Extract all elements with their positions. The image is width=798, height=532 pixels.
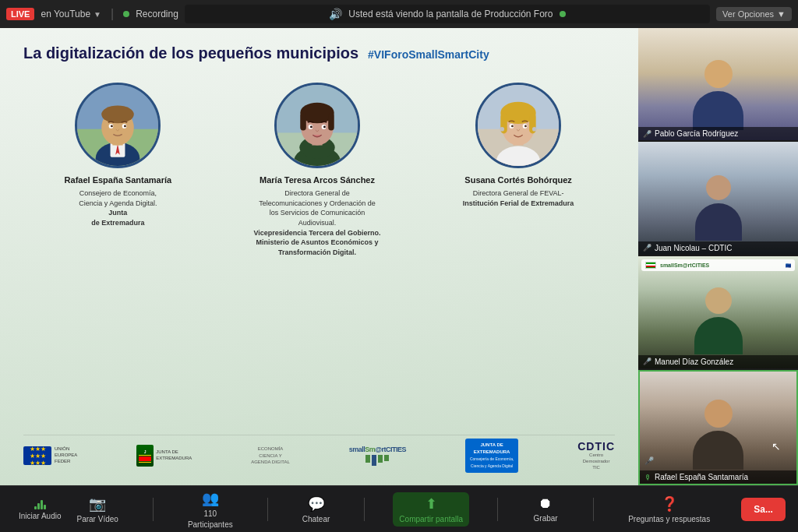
eu-logo: ★★★★★★★★★ UNIÓNEUROPEAFEDER: [23, 442, 77, 470]
participants-icon: 👥: [202, 490, 219, 507]
economia-logo: ECONOMÍACIENCIA YAGENDA DIGITAL: [251, 442, 290, 470]
audio-button[interactable]: Iniciar Audio: [12, 495, 67, 523]
divider-1: [153, 498, 154, 521]
mic-icon-2: 🎤: [643, 244, 651, 252]
smartcities-logo: smallSm@rtCITIES: [349, 442, 406, 470]
speaker-avatar-1: [75, 83, 161, 168]
live-badge: LIVE: [6, 8, 34, 20]
speaker-role-3: Directora General de FEVAL-Institución F…: [463, 188, 574, 208]
speaker-avatar-3: [475, 83, 561, 168]
participant-tile-4: 🎤 🎙 Rafael España Santamaría ↖: [638, 370, 798, 485]
mic-icon-3: 🎤: [643, 358, 651, 365]
divider-4: [497, 498, 498, 521]
svg-rect-20: [328, 113, 334, 131]
audio-bars-icon: [34, 499, 46, 509]
record-icon: ⏺: [538, 495, 553, 512]
svg-point-24: [323, 125, 326, 128]
video-label: Parar Vídeo: [76, 515, 118, 523]
participant-tile-1: 🎤 Pablo García Rodríguez: [638, 28, 798, 140]
share-screen-icon: ⬆: [425, 495, 437, 513]
participants-count-label: 110: [203, 509, 217, 518]
participant-name-bar-4: 🎙 Rafael España Santamaría: [640, 470, 796, 484]
mic-icon-4: 🎙: [644, 474, 651, 481]
participant-name-bar-2: 🎤 Juan Nicolau – CDTIC: [638, 241, 798, 255]
top-bar: LIVE en YouTube ▼ | Recording 🔊 Usted es…: [0, 0, 798, 28]
speaker-card-3: Susana Cortés Bohórquez Directora Genera…: [463, 83, 574, 208]
divider-3: [364, 498, 365, 521]
toolbar-left: Iniciar Audio 📷 Parar Vídeo: [12, 492, 125, 527]
share-label: Compartir pantalla: [399, 515, 463, 523]
speaker-card-1: Rafael España Santamaría Consejero de Ec…: [65, 83, 172, 228]
end-button[interactable]: Sa...: [741, 498, 786, 521]
youtube-dropdown-arrow[interactable]: ▼: [94, 10, 101, 19]
active-speaker-indicator: 🎤: [644, 453, 654, 467]
cdtic-logo: CDTIC CentroDemostradorTIC: [577, 442, 615, 470]
participants-label: Participantes: [188, 520, 233, 529]
speaker-card-2: María Teresa Arcos Sánchez Directora Gen…: [253, 83, 380, 257]
speaker-name-3: Susana Cortés Bohórquez: [464, 174, 572, 185]
toolbar-chat: 💬 Chatear: [296, 492, 337, 527]
svg-rect-19: [300, 113, 306, 131]
speaker-name-2: María Teresa Arcos Sánchez: [260, 174, 375, 185]
presentation-panel: La digitalización de los pequeños munici…: [0, 28, 638, 485]
video-icon: 📷: [89, 495, 106, 513]
cursor: ↖: [772, 440, 781, 453]
divider-2: [267, 498, 268, 521]
recording-indicator: [123, 11, 129, 17]
toolbar-share: ⬆ Compartir pantalla: [393, 492, 469, 527]
svg-point-7: [102, 105, 135, 123]
participant-name-1: Pablo García Rodríguez: [655, 129, 738, 138]
tile3-logo-text: smallSm@rtCITIES: [660, 262, 709, 268]
participant-tile-2: 🎤 Juan Nicolau – CDTIC: [638, 142, 798, 254]
audio-label: Iniciar Audio: [19, 512, 61, 520]
participants-button[interactable]: 👥 110 Participantes: [182, 487, 239, 532]
screen-share-text: Usted está viendo la pantalla de Producc…: [348, 9, 553, 19]
qa-button[interactable]: ❓ Preguntas y respuestas: [622, 492, 716, 527]
participant-name-bar-1: 🎤 Pablo García Rodríguez: [638, 127, 798, 140]
participants-panel: 🎤 Pablo García Rodríguez 🎤 Juan Nicolau …: [638, 28, 798, 485]
svg-point-34: [532, 127, 537, 132]
speaker-role-1: Consejero de Economía,Ciencia y Agenda D…: [79, 188, 157, 227]
divider-5: [593, 498, 594, 521]
speaker-avatar-2: [274, 83, 360, 168]
main-area: La digitalización de los pequeños munici…: [0, 28, 798, 485]
svg-point-33: [500, 127, 504, 132]
recording-label: Recording: [136, 9, 178, 19]
participant-tile-3: smallSm@rtCITIES 🇪🇺 🎤 Manuel Díaz Gonzál…: [638, 256, 798, 368]
chat-label: Chatear: [302, 515, 330, 523]
toolbar-center: 👥 110 Participantes: [182, 487, 239, 532]
junta-logo: J JUNTA DEEXTREMADURA: [136, 442, 192, 470]
record-label: Grabar: [534, 514, 558, 523]
presentation-hashtag: #VIForoSmallSmartCity: [368, 48, 489, 61]
svg-point-37: [511, 125, 514, 128]
participant-name-2: Juan Nicolau – CDTIC: [655, 244, 732, 252]
svg-point-11: [124, 125, 126, 128]
chat-icon: 💬: [308, 495, 325, 513]
chat-button[interactable]: 💬 Chatear: [296, 492, 337, 527]
speaker-role-2: Directora General deTelecomunicaciones y…: [253, 188, 380, 257]
participant-name-4: Rafael España Santamaría: [655, 473, 748, 481]
record-button[interactable]: ⏺ Grabar: [526, 492, 565, 526]
participant-silhouette-1: [687, 60, 750, 126]
video-button[interactable]: 📷 Parar Vídeo: [70, 492, 124, 527]
screen-share-dot: [560, 11, 566, 17]
junta-badge: JUNTA DEEXTREMADURAConsejería de Economí…: [465, 442, 518, 470]
toolbar-record: ⏺ Grabar: [526, 492, 565, 526]
presentation-title: La digitalización de los pequeños munici…: [23, 44, 358, 62]
svg-point-10: [111, 125, 113, 128]
toolbar: Iniciar Audio 📷 Parar Vídeo 👥 110 Partic…: [0, 485, 798, 532]
speakers-row: Rafael España Santamaría Consejero de Ec…: [23, 83, 615, 427]
participant-name-3: Manuel Díaz González: [655, 358, 733, 366]
toolbar-qa: ❓ Preguntas y respuestas: [622, 492, 716, 527]
mic-icon-1: 🎤: [643, 130, 651, 138]
share-screen-button[interactable]: ⬆ Compartir pantalla: [393, 492, 469, 527]
svg-point-38: [524, 125, 527, 128]
speaker-name-1: Rafael España Santamaría: [65, 174, 172, 185]
speaker-icon: 🔊: [329, 8, 342, 20]
ver-opciones-button[interactable]: Ver Opciones ▼: [716, 7, 792, 21]
participant-name-bar-3: 🎤 Manuel Díaz González: [638, 355, 798, 368]
qa-label: Preguntas y respuestas: [628, 515, 710, 523]
qa-icon: ❓: [661, 495, 678, 513]
youtube-label[interactable]: en YouTube ▼: [41, 9, 101, 19]
screen-share-banner: 🔊 Usted está viendo la pantalla de Produ…: [185, 5, 710, 23]
